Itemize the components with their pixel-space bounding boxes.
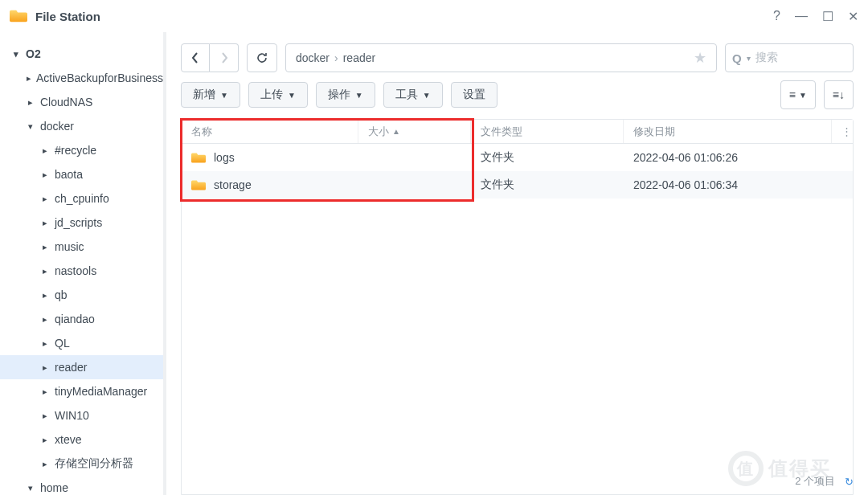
chevron-right-icon [26, 73, 31, 84]
tree-label: WIN10 [55, 409, 89, 422]
tree-item-jdscripts[interactable]: jd_scripts [0, 211, 163, 235]
tree-label: 存储空间分析器 [55, 456, 133, 471]
tree-item-xteve[interactable]: xteve [0, 428, 163, 452]
tree-item-ql[interactable]: QL [0, 331, 163, 355]
chevron-right-icon [40, 459, 50, 469]
tree-item-chcpuinfo[interactable]: ch_cpuinfo [0, 186, 163, 211]
tree-label: ch_cpuinfo [55, 192, 109, 205]
sort-button[interactable]: ≡↓ [824, 80, 854, 109]
nav-buttons [181, 43, 239, 72]
chevron-right-icon [40, 194, 50, 204]
tree-label: docker [40, 120, 74, 133]
chevron-right-icon [40, 338, 50, 349]
tree-item-docker[interactable]: docker [0, 114, 163, 138]
tree-item-music[interactable]: music [0, 235, 163, 259]
back-button[interactable] [181, 43, 210, 72]
file-type: 文件夹 [471, 150, 624, 165]
upload-button[interactable]: 上传▼ [248, 82, 308, 108]
minimize-button[interactable]: — [795, 9, 808, 24]
tree-item-home[interactable]: home [0, 476, 163, 495]
breadcrumb-part[interactable]: docker [296, 51, 330, 64]
tree-label: baota [55, 168, 83, 181]
refresh-icon[interactable]: ↻ [845, 476, 854, 488]
chevron-right-icon [40, 362, 50, 373]
item-count: 2 个项目 [795, 474, 835, 489]
tree-item-qb[interactable]: qb [0, 283, 163, 307]
chevron-down-icon [26, 483, 35, 493]
col-size[interactable]: 大小 ▲ [358, 120, 471, 143]
new-button[interactable]: 新增▼ [181, 82, 240, 108]
tree-item-[interactable]: 存储空间分析器 [0, 452, 163, 476]
col-date[interactable]: 修改日期 [624, 120, 832, 143]
chevron-right-icon [40, 435, 50, 445]
tree-item-recycle[interactable]: #recycle [0, 138, 163, 162]
settings-button[interactable]: 设置 [451, 82, 497, 108]
chevron-right-icon [40, 387, 50, 397]
view-mode-button[interactable]: ≡ ▼ [780, 80, 816, 109]
file-table: 名称 大小 ▲ 文件类型 修改日期 ⋮ logs文件夹2022-04-06 01… [181, 119, 854, 495]
col-type[interactable]: 文件类型 [471, 120, 624, 143]
close-button[interactable]: ✕ [848, 9, 858, 24]
chevron-right-icon [40, 266, 50, 276]
chevron-right-icon [40, 242, 50, 252]
tree-label: home [40, 481, 68, 494]
tree-item-qiandao[interactable]: qiandao [0, 307, 163, 331]
app-title: File Station [35, 10, 773, 23]
refresh-button[interactable] [247, 43, 277, 72]
chevron-down-icon: ▾ [747, 54, 751, 63]
table-row[interactable]: storage文件夹2022-04-06 01:06:34 [182, 171, 853, 198]
tree-root[interactable]: O2 [0, 42, 163, 66]
search-placeholder: 搜索 [755, 51, 778, 65]
breadcrumb[interactable]: docker › reader ★ [285, 43, 717, 72]
action-button[interactable]: 操作▼ [316, 82, 375, 108]
folder-icon [191, 179, 206, 191]
tree-label: #recycle [55, 144, 96, 157]
tree-label: music [55, 240, 84, 253]
chevron-right-icon [40, 314, 50, 325]
tree-item-win10[interactable]: WIN10 [0, 403, 163, 428]
tree-label: O2 [26, 47, 41, 60]
search-icon: Q [732, 51, 742, 65]
tools-button[interactable]: 工具▼ [383, 82, 443, 108]
table-header: 名称 大小 ▲ 文件类型 修改日期 ⋮ [182, 120, 853, 144]
breadcrumb-part[interactable]: reader [343, 51, 375, 64]
table-row[interactable]: logs文件夹2022-04-06 01:06:26 [182, 144, 853, 171]
file-type: 文件夹 [471, 178, 624, 192]
tree-label: tinyMediaManager [55, 385, 147, 398]
tree-item-tinymediamanager[interactable]: tinyMediaManager [0, 379, 163, 403]
favorite-star-icon[interactable]: ★ [694, 49, 706, 67]
tree-label: nastools [55, 264, 96, 277]
file-date: 2022-04-06 01:06:34 [624, 178, 832, 191]
folder-tree: O2 ActiveBackupforBusinessCloudNASdocker… [0, 32, 166, 495]
forward-button[interactable] [210, 43, 239, 72]
tree-label: xteve [55, 433, 81, 446]
col-name[interactable]: 名称 [182, 120, 358, 143]
title-bar: File Station ? — ☐ ✕ [0, 0, 868, 32]
tree-item-cloudnas[interactable]: CloudNAS [0, 90, 163, 114]
refresh-icon [256, 51, 268, 64]
breadcrumb-sep: › [334, 51, 338, 64]
search-box[interactable]: Q ▾ 搜索 [725, 43, 854, 72]
tree-item-nastools[interactable]: nastools [0, 259, 163, 283]
tree-label: qb [55, 288, 68, 301]
chevron-right-icon [40, 170, 50, 180]
tree-label: jd_scripts [55, 216, 102, 229]
tree-label: reader [55, 361, 87, 374]
column-menu-icon[interactable]: ⋮ [832, 120, 853, 143]
file-name: logs [214, 151, 235, 164]
chevron-right-icon [40, 145, 50, 156]
maximize-button[interactable]: ☐ [822, 9, 833, 24]
folder-icon [191, 152, 206, 164]
chevron-right-icon [40, 411, 50, 421]
tree-item-reader[interactable]: reader [0, 355, 163, 379]
help-button[interactable]: ? [773, 9, 780, 24]
chevron-right-icon [40, 218, 50, 228]
tree-label: qiandao [55, 313, 95, 325]
chevron-down-icon [26, 121, 35, 132]
tree-item-baota[interactable]: baota [0, 162, 163, 186]
app-icon [10, 7, 27, 25]
tree-item-activebackupforbusiness[interactable]: ActiveBackupforBusiness [0, 66, 163, 90]
chevron-down-icon [11, 49, 21, 59]
chevron-right-icon [26, 97, 35, 108]
tree-label: CloudNAS [40, 96, 92, 108]
